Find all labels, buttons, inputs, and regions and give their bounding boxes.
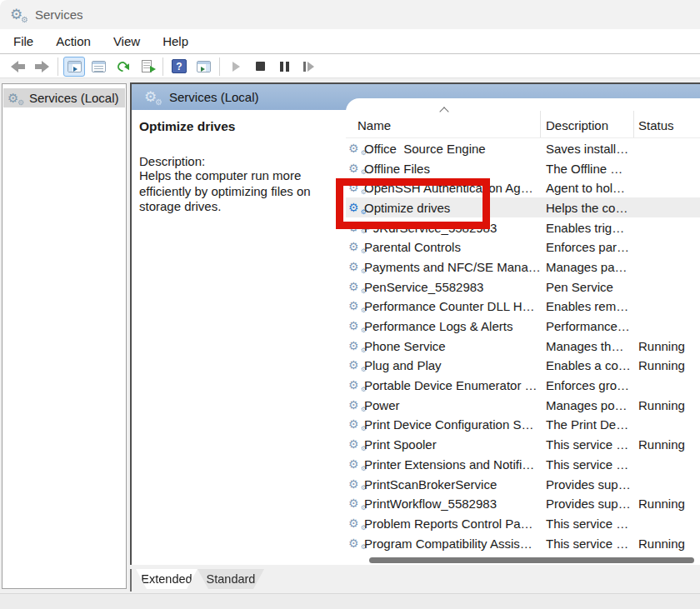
table-row[interactable]: OpenSSH Authentication Ag… Agent to hol… xyxy=(346,177,700,197)
horizontal-scrollbar[interactable] xyxy=(346,555,700,565)
table-row[interactable]: Parental Controls Enforces par… xyxy=(346,237,700,257)
tab-standard[interactable]: Standard xyxy=(198,569,264,589)
table-row[interactable]: Phone Service Manages th… Running xyxy=(346,336,700,356)
service-name: Performance Counter DLL H… xyxy=(364,299,535,313)
toolbar: ? xyxy=(0,55,700,78)
service-name: Office Source Engine xyxy=(364,141,486,155)
toolbar-separator xyxy=(162,57,163,76)
start-service-button[interactable] xyxy=(225,57,247,77)
tree-item-services-local[interactable]: Services (Local) xyxy=(3,88,125,107)
table-row[interactable]: Portable Device Enumerator … Enforces gr… xyxy=(346,375,700,395)
service-description: Agent to hol… xyxy=(546,181,625,195)
show-action-pane-button[interactable] xyxy=(192,57,214,77)
service-name: Parental Controls xyxy=(364,240,461,254)
help-button[interactable]: ? xyxy=(168,57,190,77)
status-bar xyxy=(0,593,700,609)
column-header-description[interactable]: Description xyxy=(546,118,608,132)
service-gear-icon xyxy=(348,359,365,371)
service-description: Saves install… xyxy=(546,141,628,155)
title-bar: Services xyxy=(0,0,700,29)
service-description: The Print De… xyxy=(546,417,628,432)
table-row[interactable]: Problem Reports Control Pa… This service… xyxy=(346,513,700,533)
service-gear-icon xyxy=(348,517,365,529)
table-row[interactable]: Plug and Play Enables a co… Running xyxy=(346,356,700,376)
forward-button[interactable] xyxy=(31,57,52,77)
table-row[interactable]: PrintWorkflow_5582983 Provides sup… Runn… xyxy=(346,493,700,513)
table-row[interactable]: Optimize drives Helps the co… xyxy=(346,197,700,217)
service-gear-icon xyxy=(348,399,365,411)
menu-view[interactable]: View xyxy=(110,32,143,50)
tab-extended[interactable]: Extended xyxy=(136,569,198,589)
table-row[interactable]: Office Source Engine Saves install… xyxy=(346,138,700,158)
column-divider[interactable] xyxy=(633,111,634,137)
table-row[interactable]: Payments and NFC/SE Mana… Manages pa… xyxy=(346,257,700,277)
toolbar-separator xyxy=(58,57,58,76)
service-description: Manages pa… xyxy=(546,259,628,273)
main-panel: Services (Local) Optimize drives Descrip… xyxy=(130,82,700,565)
service-description: Helps the co… xyxy=(546,200,628,214)
column-header-status[interactable]: Status xyxy=(638,118,674,132)
table-row[interactable]: Printer Extensions and Notifi… This serv… xyxy=(346,454,700,474)
pause-service-button[interactable] xyxy=(273,57,295,77)
console-tree-icon xyxy=(68,61,82,72)
service-status: Running xyxy=(638,338,685,352)
service-gear-icon xyxy=(348,320,365,332)
services-list-pane: Name Description Status Office Source En… xyxy=(346,98,700,565)
restart-service-icon xyxy=(303,62,314,72)
back-button[interactable] xyxy=(7,57,28,77)
service-name: PenService_5582983 xyxy=(364,279,483,293)
refresh-button[interactable] xyxy=(112,57,133,77)
service-name: Problem Reports Control Pa… xyxy=(364,516,533,530)
service-description-pane: Optimize drives Description: Helps the c… xyxy=(139,119,349,215)
view-tabs: Extended Standard xyxy=(130,569,700,592)
action-pane-icon xyxy=(197,61,211,72)
service-description: Enables a co… xyxy=(546,358,631,372)
chevron-up-icon xyxy=(439,107,448,116)
service-name: Optimize drives xyxy=(364,200,450,214)
service-gear-icon xyxy=(348,241,365,252)
start-service-icon xyxy=(232,62,240,72)
service-description: This service … xyxy=(546,437,628,452)
menu-help[interactable]: Help xyxy=(159,32,192,50)
scrollbar-thumb[interactable] xyxy=(369,557,694,563)
table-row[interactable]: Performance Counter DLL H… Enables rem… xyxy=(346,297,700,317)
properties-button[interactable] xyxy=(88,57,109,77)
service-gear-icon xyxy=(348,300,365,312)
service-gear-icon xyxy=(348,379,365,391)
service-status: Running xyxy=(638,437,685,452)
services-window: Services File Action View Help xyxy=(0,0,700,609)
services-rows: Office Source Engine Saves install… Offl… xyxy=(346,138,700,552)
window-title: Services xyxy=(35,7,83,22)
services-app-icon xyxy=(10,7,27,22)
table-row[interactable]: P9RdrService_5582983 Enables trig… xyxy=(346,217,700,237)
service-name: Portable Device Enumerator … xyxy=(364,378,538,392)
table-row[interactable]: Performance Logs & Alerts Performance… xyxy=(346,316,700,336)
menu-file[interactable]: File xyxy=(10,32,37,50)
service-gear-icon xyxy=(348,418,365,430)
export-list-button[interactable] xyxy=(136,57,158,77)
service-description: Enforces gro… xyxy=(546,378,629,392)
restart-service-button[interactable] xyxy=(298,57,319,77)
service-gear-icon xyxy=(348,537,365,549)
service-name: PrintWorkflow_5582983 xyxy=(364,497,497,511)
show-console-tree-button[interactable] xyxy=(63,57,85,77)
console-tree-panel: Services (Local) xyxy=(2,83,127,589)
stop-service-button[interactable] xyxy=(249,57,271,77)
table-row[interactable]: PrintScanBrokerService Provides sup… xyxy=(346,474,700,494)
service-name: Plug and Play xyxy=(364,358,442,372)
service-description: The Offline … xyxy=(546,161,622,175)
table-row[interactable]: Print Device Configuration S… The Print … xyxy=(346,415,700,435)
service-gear-icon xyxy=(348,497,365,509)
service-description: Enforces par… xyxy=(546,240,629,254)
table-row[interactable]: PenService_5582983 Pen Service xyxy=(346,277,700,297)
table-row[interactable]: Power Manages po… Running xyxy=(346,395,700,415)
column-header-name[interactable]: Name xyxy=(358,118,391,132)
table-row[interactable]: Print Spooler This service … Running xyxy=(346,434,700,454)
service-gear-icon xyxy=(348,222,365,233)
service-name: P9RdrService_5582983 xyxy=(364,220,497,234)
menu-action[interactable]: Action xyxy=(52,32,94,50)
column-divider[interactable] xyxy=(540,111,541,137)
table-row[interactable]: Program Compatibility Assis… This servic… xyxy=(346,533,700,553)
table-row[interactable]: Offline Files The Offline … xyxy=(346,158,700,178)
selected-service-name: Optimize drives xyxy=(139,119,349,134)
